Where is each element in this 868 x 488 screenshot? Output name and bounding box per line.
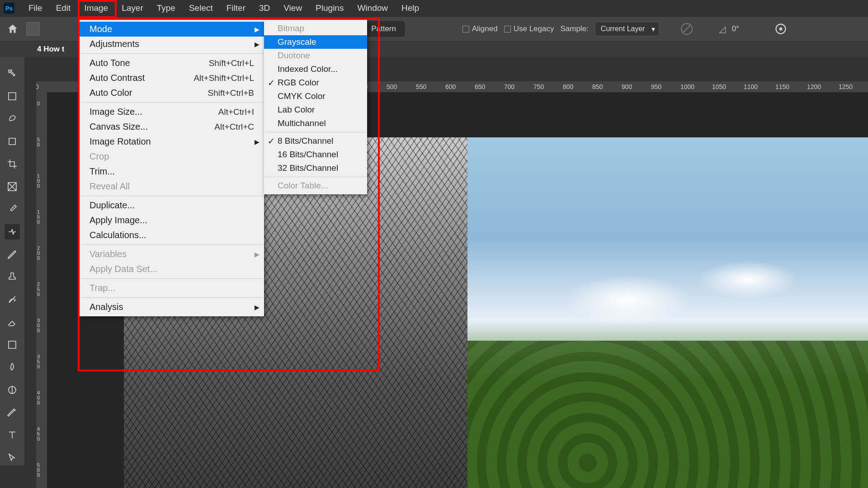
tool-move[interactable]: [5, 66, 20, 81]
ruler-v-tick: 300: [37, 318, 40, 333]
tool-history-brush[interactable]: [5, 292, 20, 307]
image-menu-auto-contrast[interactable]: Auto ContrastAlt+Shift+Ctrl+L: [80, 70, 264, 85]
document-color-half: [467, 137, 868, 488]
menu-window[interactable]: Window: [350, 0, 395, 16]
sample-label: Sample:: [560, 24, 588, 33]
menu-plugins[interactable]: Plugins: [309, 0, 350, 16]
mode-32-bits-channel[interactable]: 32 Bits/Channel: [264, 161, 367, 175]
ruler-h-tick: 1200: [807, 83, 821, 90]
tool-path-select[interactable]: [5, 450, 20, 465]
menu-file[interactable]: File: [22, 0, 49, 16]
menu-3d[interactable]: 3D: [252, 0, 277, 16]
angle-icon: ◿: [719, 23, 726, 34]
pattern-button[interactable]: Pattern: [363, 21, 405, 37]
menu-layer[interactable]: Layer: [115, 0, 150, 16]
image-menu-image-size-[interactable]: Image Size...Alt+Ctrl+I: [80, 104, 264, 119]
angle-value[interactable]: 0°: [732, 24, 739, 33]
menu-separator: [80, 297, 263, 298]
image-menu-calculations-[interactable]: Calculations...: [80, 228, 264, 243]
tool-healing[interactable]: [5, 224, 20, 239]
menu-edit[interactable]: Edit: [49, 0, 78, 16]
ruler-h-tick: 1000: [680, 83, 694, 90]
tool-gradient[interactable]: [5, 337, 20, 352]
mode-lab-color[interactable]: Lab Color: [264, 103, 367, 117]
mode-indexed-color-[interactable]: Indexed Color...: [264, 62, 367, 76]
image-menu-dropdown: Mode▶Adjustments▶Auto ToneShift+Ctrl+LAu…: [80, 20, 264, 316]
image-menu-duplicate-[interactable]: Duplicate...: [80, 198, 264, 213]
tool-pen[interactable]: [5, 405, 20, 420]
ruler-v-tick: 400: [37, 390, 40, 405]
pressure-icon[interactable]: [774, 23, 787, 35]
ruler-v-tick: 0: [37, 101, 40, 106]
sample-dropdown[interactable]: Current Layer ▾: [595, 22, 659, 36]
mode-8-bits-channel[interactable]: ✓8 Bits/Channel: [264, 134, 367, 148]
aligned-checkbox[interactable]: [462, 26, 469, 33]
tool-marquee[interactable]: [5, 89, 20, 104]
ruler-v-tick: 350: [37, 354, 40, 369]
menu-separator: [80, 278, 263, 279]
use-legacy-checkbox-group[interactable]: Use Legacy: [504, 24, 554, 33]
app-logo: Ps: [4, 3, 14, 14]
use-legacy-label: Use Legacy: [514, 24, 554, 33]
ruler-h-tick: 1100: [744, 83, 758, 90]
menu-separator: [265, 132, 366, 132]
tool-crop[interactable]: [5, 156, 20, 172]
image-menu-apply-data-set-: Apply Data Set...: [80, 262, 264, 277]
mode-grayscale[interactable]: Grayscale: [264, 35, 367, 49]
mode-16-bits-channel[interactable]: 16 Bits/Channel: [264, 148, 367, 161]
tool-pencil[interactable]: [5, 247, 20, 262]
ruler-h-tick: 800: [563, 83, 573, 90]
menu-separator: [80, 102, 263, 103]
image-menu-mode[interactable]: Mode▶: [80, 22, 264, 37]
menu-view[interactable]: View: [277, 0, 309, 16]
tool-selection[interactable]: [5, 134, 20, 149]
image-menu-auto-color[interactable]: Auto ColorShift+Ctrl+B: [80, 85, 264, 100]
menu-image[interactable]: Image: [77, 0, 115, 16]
ruler-h-tick: 550: [416, 83, 426, 90]
image-menu-analysis[interactable]: Analysis▶: [80, 300, 264, 314]
tool-type[interactable]: [5, 427, 20, 443]
menu-filter[interactable]: Filter: [220, 0, 252, 16]
mode-cmyk-color[interactable]: CMYK Color: [264, 89, 367, 103]
image-menu-image-rotation[interactable]: Image Rotation▶: [80, 134, 264, 149]
menu-help[interactable]: Help: [395, 0, 426, 16]
tool-dodge[interactable]: [5, 382, 20, 398]
ignore-adjustment-icon[interactable]: [681, 23, 693, 35]
ruler-v-tick: 150: [37, 210, 40, 225]
tool-eyedropper[interactable]: [5, 202, 20, 217]
tool-smudge[interactable]: [5, 360, 20, 375]
home-button[interactable]: [5, 22, 20, 36]
image-menu-apply-image-[interactable]: Apply Image...: [80, 213, 264, 228]
mode-bitmap: Bitmap: [264, 22, 367, 35]
menu-type[interactable]: Type: [150, 0, 182, 16]
tool-preset-picker[interactable]: [26, 22, 40, 36]
image-menu-canvas-size-[interactable]: Canvas Size...Alt+Ctrl+C: [80, 119, 264, 134]
ruler-v-tick: 50: [37, 137, 40, 147]
ruler-h-tick: 650: [475, 83, 485, 90]
mode-multichannel[interactable]: Multichannel: [264, 117, 367, 130]
menubar: Ps FileEditImageLayerTypeSelectFilter3DV…: [0, 0, 868, 16]
mode-submenu: BitmapGrayscaleDuotoneIndexed Color...✓R…: [264, 20, 367, 194]
ruler-h-tick: 900: [622, 83, 632, 90]
use-legacy-checkbox[interactable]: [504, 26, 511, 33]
tool-stamp[interactable]: [5, 269, 20, 285]
ruler-v-tick: 500: [37, 463, 40, 478]
menu-select[interactable]: Select: [182, 0, 220, 16]
menu-separator: [80, 196, 263, 196]
svg-point-1: [779, 28, 782, 31]
menu-separator: [265, 177, 366, 177]
tools-panel: [0, 57, 24, 465]
tool-lasso[interactable]: [5, 111, 20, 127]
tool-frame[interactable]: [5, 179, 20, 194]
image-menu-trim-[interactable]: Trim...: [80, 164, 264, 179]
mode-duotone: Duotone: [264, 49, 367, 62]
document-tab[interactable]: 4 How t: [32, 42, 70, 56]
ruler-h-tick: 1250: [839, 83, 853, 90]
mode-rgb-color[interactable]: ✓RGB Color: [264, 76, 367, 89]
image-menu-auto-tone[interactable]: Auto ToneShift+Ctrl+L: [80, 56, 264, 70]
image-menu-adjustments[interactable]: Adjustments▶: [80, 37, 264, 52]
ruler-h-tick: 700: [504, 83, 514, 90]
tool-eraser[interactable]: [5, 314, 20, 330]
aligned-checkbox-group[interactable]: Aligned: [462, 24, 498, 33]
image-menu-reveal-all: Reveal All: [80, 179, 264, 194]
